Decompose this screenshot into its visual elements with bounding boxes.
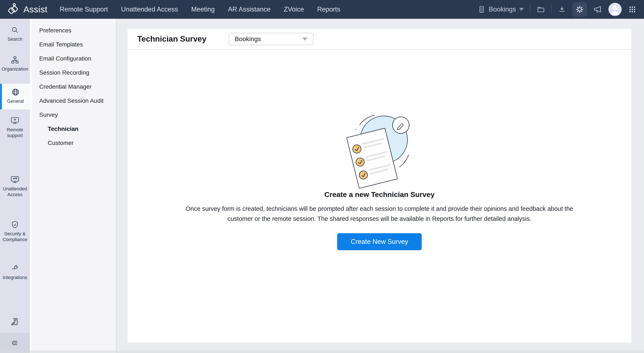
create-new-survey-button[interactable]: Create New Survey [337, 233, 422, 250]
rail-gutter [30, 19, 32, 353]
download-button[interactable] [558, 5, 566, 14]
window-bottom-edge [0, 350, 644, 353]
assist-logo-icon [8, 3, 20, 16]
chevron-down-icon [302, 38, 308, 41]
menu-item-survey[interactable]: Survey [32, 108, 116, 122]
technician-survey-card: Technician Survey Bookings [128, 29, 632, 342]
menu-item-session-recording[interactable]: Session Recording [32, 66, 116, 80]
apps-grid-button[interactable] [628, 5, 637, 14]
plug-icon [11, 264, 19, 272]
department-dropdown-value: Bookings [235, 36, 261, 43]
primary-nav: Remote Support Unattended Access Meeting… [60, 6, 340, 13]
feedback-icon [10, 318, 20, 326]
nav-item-ar-assistance[interactable]: AR Assistance [228, 6, 271, 13]
folder-button[interactable] [536, 6, 545, 13]
apps-grid-icon [628, 5, 637, 14]
announcements-button[interactable] [593, 5, 602, 14]
sidebar-item-security-compliance[interactable]: Security & Compliance [0, 219, 30, 244]
menu-item-advanced-session-audit[interactable]: Advanced Session Audit [32, 94, 116, 108]
search-icon [11, 26, 19, 34]
org-switcher[interactable]: Bookings [478, 6, 524, 13]
sidebar-item-search[interactable]: Search [0, 25, 30, 44]
menu-item-technician[interactable]: Technician [32, 122, 116, 136]
settings-menu: Preferences Email Templates Email Config… [32, 19, 116, 353]
avatar[interactable] [608, 3, 622, 16]
card-header: Technician Survey Bookings [128, 29, 632, 50]
nav-item-reports[interactable]: Reports [317, 6, 340, 13]
top-navigation: Assist Remote Support Unattended Access … [0, 0, 644, 19]
sidebar-item-general[interactable]: General [0, 84, 30, 109]
menu-item-preferences[interactable]: Preferences [32, 24, 116, 38]
menu-item-email-templates[interactable]: Email Templates [32, 38, 116, 52]
megaphone-icon [593, 5, 602, 14]
building-icon [478, 6, 486, 13]
department-dropdown[interactable]: Bookings [229, 33, 314, 45]
empty-state-description: Once survey form is created, technicians… [186, 204, 574, 224]
nav-item-unattended-access[interactable]: Unattended Access [121, 6, 178, 13]
shield-check-icon [11, 220, 19, 229]
empty-state-heading: Create a new Technician Survey [128, 190, 632, 199]
monitor-plus-icon [10, 116, 20, 125]
collapse-sidebar-icon [11, 339, 19, 347]
globe-icon [12, 88, 20, 96]
empty-state: Create a new Technician Survey Once surv… [128, 50, 632, 250]
folder-icon [536, 6, 545, 13]
main-content: Technician Survey Bookings [116, 19, 644, 353]
org-chart-icon [11, 56, 19, 64]
nav-item-meeting[interactable]: Meeting [191, 6, 214, 13]
icon-rail-sidebar: Search Organization General [0, 19, 30, 353]
monitor-key-icon [10, 175, 20, 184]
page-title: Technician Survey [137, 34, 206, 44]
divider [530, 5, 530, 14]
nav-item-remote-support[interactable]: Remote Support [60, 6, 108, 13]
sidebar-item-unattended-access[interactable]: Unattended Access [0, 174, 30, 199]
survey-illustration [346, 110, 412, 189]
menu-item-customer[interactable]: Customer [32, 136, 116, 150]
org-switcher-value: Bookings [489, 6, 516, 13]
person-icon [608, 3, 622, 16]
feedback-button[interactable] [0, 316, 30, 328]
sidebar-item-remote-support[interactable]: Remote support [0, 115, 30, 140]
collapse-sidebar-button[interactable] [0, 333, 30, 353]
download-icon [558, 5, 566, 14]
brand-name: Assist [24, 4, 47, 14]
sidebar-item-integrations[interactable]: Integrations [0, 262, 30, 282]
sidebar-item-organization[interactable]: Organization [0, 54, 30, 73]
settings-button[interactable] [572, 2, 587, 17]
gear-icon [576, 5, 584, 14]
assist-logo[interactable]: Assist [8, 3, 47, 16]
nav-item-zvoice[interactable]: ZVoice [284, 6, 304, 13]
spacer [0, 282, 30, 316]
divider [551, 5, 552, 14]
menu-item-credential-manager[interactable]: Credential Manager [32, 80, 116, 94]
topnav-right-cluster: Bookings [478, 2, 637, 17]
menu-item-email-configuration[interactable]: Email Configuration [32, 52, 116, 66]
chevron-down-icon [519, 8, 524, 11]
